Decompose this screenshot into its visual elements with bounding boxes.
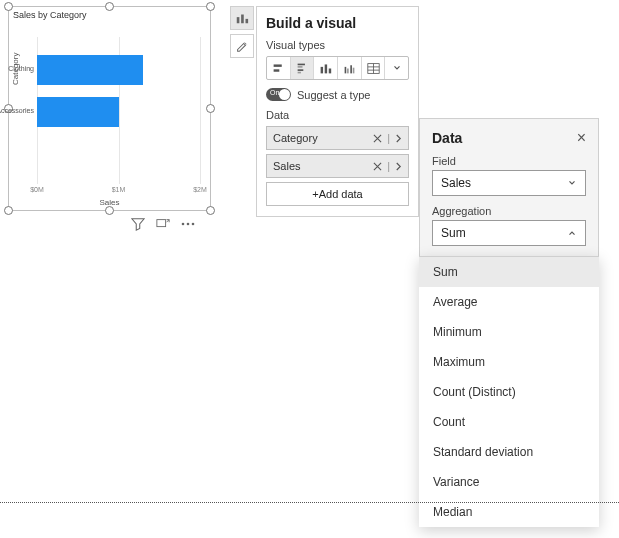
suggest-type-toggle[interactable]: On [266, 88, 291, 101]
pill-label: Category [273, 132, 373, 144]
category-label: Accessories [0, 107, 34, 114]
aggregation-dropdown: Sum Average Minimum Maximum Count (Disti… [419, 256, 599, 527]
svg-rect-6 [246, 19, 249, 23]
field-label: Field [432, 155, 586, 167]
chevron-down-icon [567, 178, 577, 188]
field-value: Sales [441, 176, 471, 190]
column-chart-icon[interactable] [314, 57, 338, 79]
data-section-label: Data [266, 109, 409, 121]
visual-toolbar [130, 216, 195, 231]
more-options-icon[interactable] [180, 216, 195, 231]
svg-rect-16 [344, 66, 346, 73]
svg-rect-17 [347, 68, 349, 73]
agg-option-maximum[interactable]: Maximum [419, 347, 599, 377]
field-options-chevron[interactable] [395, 134, 402, 143]
svg-rect-4 [237, 17, 240, 23]
svg-rect-15 [329, 68, 331, 73]
svg-rect-18 [350, 65, 352, 73]
focus-mode-icon[interactable] [155, 216, 170, 231]
data-popup: Data × Field Sales Aggregation Sum [419, 118, 599, 262]
x-tick: $0M [30, 186, 44, 193]
stacked-bar-icon[interactable] [267, 57, 291, 79]
svg-rect-0 [156, 219, 165, 226]
page-boundary [0, 502, 619, 503]
agg-option-count[interactable]: Count [419, 407, 599, 437]
field-pill-category[interactable]: Category | [266, 126, 409, 150]
svg-rect-11 [297, 69, 303, 71]
plot-area: $0M $1M $2M Clothing Accessories [37, 37, 200, 180]
field-select[interactable]: Sales [432, 170, 586, 196]
clustered-column-icon[interactable] [338, 57, 362, 79]
svg-point-3 [191, 222, 194, 225]
bar-accessories[interactable] [37, 97, 119, 127]
add-data-button[interactable]: +Add data [266, 182, 409, 206]
x-tick: $1M [112, 186, 126, 193]
build-visual-panel: Build a visual Visual types On Suggest a… [256, 6, 419, 217]
format-tab[interactable] [230, 34, 254, 58]
svg-rect-5 [241, 15, 244, 24]
panel-title: Build a visual [266, 15, 409, 31]
suggest-label: Suggest a type [297, 89, 370, 101]
svg-point-2 [186, 222, 189, 225]
filter-icon[interactable] [130, 216, 145, 231]
svg-rect-8 [273, 69, 279, 71]
svg-rect-7 [273, 64, 281, 66]
x-tick: $2M [193, 186, 207, 193]
svg-rect-14 [325, 64, 327, 73]
resize-handle[interactable] [105, 2, 114, 11]
svg-point-1 [181, 222, 184, 225]
svg-rect-12 [297, 71, 300, 73]
agg-option-stddev[interactable]: Standard deviation [419, 437, 599, 467]
remove-field-icon[interactable] [373, 162, 382, 171]
agg-option-minimum[interactable]: Minimum [419, 317, 599, 347]
pill-label: Sales [273, 160, 373, 172]
svg-rect-10 [297, 66, 302, 68]
remove-field-icon[interactable] [373, 134, 382, 143]
aggregation-label: Aggregation [432, 205, 586, 217]
category-label: Clothing [8, 65, 34, 72]
chevron-up-icon [567, 228, 577, 238]
x-axis-label: Sales [9, 198, 210, 207]
data-popup-title: Data [432, 130, 462, 146]
resize-handle[interactable] [206, 206, 215, 215]
table-icon[interactable] [362, 57, 386, 79]
resize-handle[interactable] [4, 206, 13, 215]
agg-option-variance[interactable]: Variance [419, 467, 599, 497]
field-options-chevron[interactable] [395, 162, 402, 171]
bar-clothing[interactable] [37, 55, 143, 85]
svg-rect-19 [353, 67, 355, 73]
close-icon[interactable]: × [577, 129, 586, 147]
field-pill-sales[interactable]: Sales | [266, 154, 409, 178]
resize-handle[interactable] [4, 2, 13, 11]
agg-option-average[interactable]: Average [419, 287, 599, 317]
clustered-bar-icon[interactable] [291, 57, 315, 79]
agg-option-count-distinct[interactable]: Count (Distinct) [419, 377, 599, 407]
svg-rect-13 [321, 66, 323, 73]
chart-visual[interactable]: Sales by Category Category $0M $1M $2M C… [8, 6, 211, 211]
svg-rect-9 [297, 63, 304, 65]
more-visuals-chevron[interactable] [385, 57, 408, 79]
aggregation-value: Sum [441, 226, 466, 240]
resize-handle[interactable] [206, 2, 215, 11]
visual-type-picker [266, 56, 409, 80]
resize-handle[interactable] [105, 206, 114, 215]
aggregation-select[interactable]: Sum [432, 220, 586, 246]
visual-types-label: Visual types [266, 39, 409, 51]
build-visual-tab[interactable] [230, 6, 254, 30]
resize-handle[interactable] [206, 104, 215, 113]
agg-option-sum[interactable]: Sum [419, 257, 599, 287]
